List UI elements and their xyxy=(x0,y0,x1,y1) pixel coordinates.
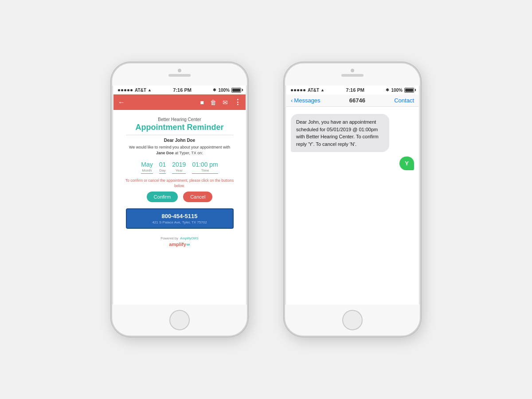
camera-dot-sms xyxy=(351,69,354,72)
speaker-sms xyxy=(341,74,364,77)
confirm-button[interactable]: Confirm xyxy=(147,192,178,202)
appt-month: May Month xyxy=(141,161,153,174)
home-button-sms[interactable] xyxy=(342,310,363,330)
email-body: Better Hearing Center Appointment Remind… xyxy=(113,110,246,305)
day-value: 01 xyxy=(159,161,166,168)
camera-dot-email xyxy=(178,69,181,72)
appt-year: 2019 Year xyxy=(172,161,186,174)
home-button-email[interactable] xyxy=(169,310,190,330)
dear-name: Dear John Doe xyxy=(164,138,196,143)
delete-icon[interactable]: 🗑 xyxy=(210,99,216,106)
contact-phone: 800-454-5115 xyxy=(131,213,228,219)
speaker-email xyxy=(168,74,191,77)
status-left-email: AT&T ▲ xyxy=(118,88,152,93)
status-right-sms: ✱ 100% xyxy=(386,88,414,93)
sms-phone: AT&T ▲ 7:16 PM ✱ 100% ‹ Messages xyxy=(284,62,421,337)
email-header-icons: ■ 🗑 ✉ ⋮ xyxy=(200,98,241,106)
sms-body: Dear John, you have an appointment sched… xyxy=(286,107,419,305)
amplifyoms-link[interactable]: AmplifyOMS xyxy=(180,236,199,240)
powered-by-text: Powered by xyxy=(160,236,178,240)
email-title: Appointment Reminder xyxy=(135,123,223,132)
sms-contact-button[interactable]: Contact xyxy=(394,97,414,104)
time-value: 01:00 pm xyxy=(192,161,218,168)
back-button-email[interactable]: ← xyxy=(118,98,125,106)
cancel-button[interactable]: Cancel xyxy=(183,192,212,202)
sms-screen: AT&T ▲ 7:16 PM ✱ 100% ‹ Messages xyxy=(286,86,419,305)
body-text: We would like to remind you about your a… xyxy=(129,145,230,156)
sms-sent-text: Y xyxy=(405,160,409,167)
email-phone: AT&T ▲ 7:16 PM ✱ 100% ← ■ 🗑 ✉ xyxy=(111,62,248,337)
email-divider xyxy=(126,135,234,135)
wifi-icon-sms: ▲ xyxy=(321,88,325,92)
sms-number: 66746 xyxy=(349,97,365,104)
provider-name: Jane Doe xyxy=(156,151,174,155)
month-label: Month xyxy=(142,168,152,172)
sms-received-text: Dear John, you have an appointment sched… xyxy=(296,119,379,147)
phone-top-email xyxy=(112,63,247,86)
confirm-instruction: To confirm or cancel the appointment, pl… xyxy=(120,178,239,189)
time-email: 7:16 PM xyxy=(173,87,192,93)
battery-icon-sms xyxy=(404,88,414,93)
back-chevron-icon: ‹ xyxy=(291,97,293,104)
phone-bottom-sms xyxy=(285,305,420,336)
compose-icon[interactable]: ✉ xyxy=(223,99,228,106)
time-sms: 7:16 PM xyxy=(346,87,364,93)
phones-container: AT&T ▲ 7:16 PM ✱ 100% ← ■ 🗑 ✉ xyxy=(0,62,532,337)
day-label: Day xyxy=(159,168,165,172)
email-screen: AT&T ▲ 7:16 PM ✱ 100% ← ■ 🗑 ✉ xyxy=(113,86,246,305)
battery-icon-email xyxy=(231,88,241,93)
powered-by: Powered by AmplifyOMS xyxy=(160,233,199,241)
sms-back-button[interactable]: ‹ Messages xyxy=(291,97,321,104)
phone-top-sms xyxy=(285,63,420,86)
location-text: at Typer, TX on: xyxy=(175,151,203,155)
battery-percent-sms: 100% xyxy=(391,88,403,93)
sms-app-header: ‹ Messages 66746 Contact xyxy=(286,94,419,107)
email-app-header: ← ■ 🗑 ✉ ⋮ xyxy=(113,94,246,110)
carrier-email: AT&T xyxy=(135,88,146,93)
month-value: May xyxy=(141,161,153,168)
appointment-details: May Month 01 Day 2019 Year 01:00 pm Time xyxy=(120,161,239,174)
more-icon[interactable]: ⋮ xyxy=(234,98,241,106)
carrier-sms: AT&T xyxy=(308,88,319,93)
signal-dots-sms xyxy=(291,89,305,91)
time-label: Time xyxy=(201,168,209,172)
status-bar-email: AT&T ▲ 7:16 PM ✱ 100% xyxy=(113,86,246,94)
back-label: Messages xyxy=(294,97,320,104)
year-value: 2019 xyxy=(172,161,186,168)
appt-day: 01 Day xyxy=(159,161,166,174)
bluetooth-icon-sms: ✱ xyxy=(386,88,389,92)
year-label: Year xyxy=(176,168,183,172)
org-name: Better Hearing Center xyxy=(158,117,201,122)
amplify-logo: amplify∞ xyxy=(169,242,190,247)
contact-box[interactable]: 800-454-5115 421 S Palace Ave, Tyler, TX… xyxy=(126,208,234,229)
signal-dots-email xyxy=(118,89,133,91)
archive-icon[interactable]: ■ xyxy=(200,99,204,106)
sms-received-bubble: Dear John, you have an appointment sched… xyxy=(291,114,389,152)
phone-bottom-email xyxy=(112,305,247,336)
status-left-sms: AT&T ▲ xyxy=(291,88,325,93)
status-right-email: ✱ 100% xyxy=(213,88,241,93)
wifi-icon-email: ▲ xyxy=(148,88,152,92)
battery-percent-email: 100% xyxy=(218,88,230,93)
action-buttons: Confirm Cancel xyxy=(147,192,213,202)
contact-address: 421 S Palace Ave, Tyler, TX 75702 xyxy=(131,220,228,224)
bluetooth-icon-email: ✱ xyxy=(213,88,216,92)
appt-time: 01:00 pm Time xyxy=(192,161,218,174)
status-bar-sms: AT&T ▲ 7:16 PM ✱ 100% xyxy=(286,86,419,94)
sms-sent-bubble: Y xyxy=(399,156,414,170)
